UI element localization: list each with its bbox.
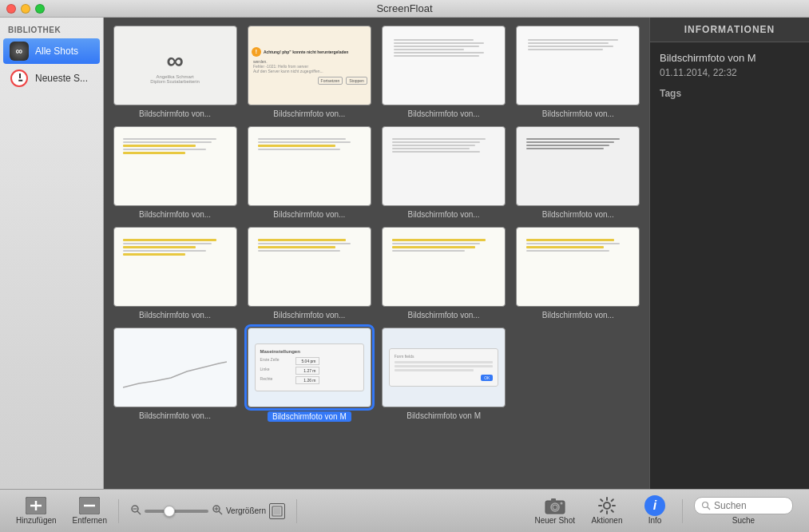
actions-label: Aktionen <box>592 516 623 525</box>
thumbnail-box <box>248 227 371 307</box>
list-item[interactable]: Bildschirmfoto von... <box>381 126 507 219</box>
thumbnail-label: Bildschirmfoto von... <box>139 311 211 320</box>
maximize-button[interactable] <box>35 4 45 14</box>
search-input[interactable] <box>714 500 786 511</box>
zoom-slider[interactable] <box>145 510 208 513</box>
thumbnail-label: Bildschirmfoto von... <box>139 109 211 118</box>
list-item[interactable]: Bildschirmfoto von... <box>112 126 238 219</box>
recent-icon <box>10 69 29 88</box>
list-item[interactable]: Bildschirmfoto von... <box>246 126 372 219</box>
thumbnail-box: Form fields OK <box>382 328 506 407</box>
list-item[interactable]: Bildschirmfoto von... <box>381 26 507 118</box>
svg-line-6 <box>137 511 141 514</box>
search-icon <box>701 501 711 510</box>
list-item[interactable]: Maseinstellungen Erste Zelle 5.04 pm Lin… <box>246 328 372 422</box>
sidebar-item-label-recent: Neueste S... <box>35 73 88 84</box>
info-icon: i <box>644 497 666 514</box>
info-button[interactable]: i Info <box>631 494 679 528</box>
thumbnail-label: Bildschirmfoto von... <box>542 210 614 219</box>
divider <box>118 499 119 523</box>
list-item[interactable]: Form fields OK Bildschirmfoto von M <box>381 328 507 422</box>
thumbnail-box <box>113 328 237 407</box>
sidebar: BIBLIOTHEK ∞ Alle Shots Neueste S... <box>0 18 104 489</box>
svg-point-18 <box>560 502 562 505</box>
info-panel: INFORMATIONEN Bildschirmfoto von M 01.11… <box>649 18 809 489</box>
thumbnail-label: Bildschirmfoto von... <box>139 411 211 420</box>
sidebar-item-all-shots[interactable]: ∞ Alle Shots <box>3 38 100 64</box>
thumbnail-label: Bildschirmfoto von... <box>542 109 614 118</box>
thumbnail-box <box>113 126 237 206</box>
zoom-fit-button[interactable] <box>269 503 285 519</box>
list-item[interactable]: ! Achtung! php" konnte nicht heruntergel… <box>246 26 372 118</box>
svg-rect-17 <box>551 498 556 502</box>
list-item[interactable]: Bildschirmfoto von... <box>246 227 372 320</box>
camera-icon <box>544 497 566 514</box>
zoom-label: Vergrößern <box>226 506 266 515</box>
content-area[interactable]: ∞ Angelika SchmartDiplom Sozialarbeiteri… <box>104 18 649 489</box>
thumbnail-box <box>382 126 506 206</box>
thumbnail-box <box>516 26 640 105</box>
list-item[interactable]: Bildschirmfoto von... <box>112 227 238 320</box>
info-tags-label: Tags <box>660 88 799 99</box>
list-item[interactable]: Bildschirmfoto von... <box>515 26 641 118</box>
info-panel-content: Bildschirmfoto von M 01.11.2014, 22:32 T… <box>650 42 809 109</box>
add-icon <box>25 497 47 514</box>
remove-icon <box>78 497 101 514</box>
info-panel-header: INFORMATIONEN <box>650 18 809 42</box>
remove-button[interactable]: Entfernen <box>65 494 115 528</box>
zoom-large-icon <box>212 504 223 518</box>
remove-button-label: Entfernen <box>73 516 107 525</box>
actions-button[interactable]: Aktionen <box>583 494 631 528</box>
thumbnail-label: Bildschirmfoto von... <box>542 311 614 320</box>
svg-rect-13 <box>274 508 280 514</box>
search-box[interactable] <box>694 497 793 514</box>
thumbnail-label: Bildschirmfoto von... <box>408 210 480 219</box>
search-label: Suche <box>732 516 755 525</box>
add-button-label: Hinzufügen <box>16 516 57 525</box>
bottom-toolbar: Hinzufügen Entfernen <box>0 489 809 532</box>
thumbnail-label: Bildschirmfoto von... <box>273 210 345 219</box>
svg-point-20 <box>703 502 708 508</box>
zoom-small-icon <box>130 504 141 518</box>
minimize-button[interactable] <box>21 4 30 14</box>
divider <box>682 499 683 523</box>
list-item[interactable]: ∞ Angelika SchmartDiplom Sozialarbeiteri… <box>112 26 238 118</box>
title-bar: ScreenFloat <box>0 0 809 18</box>
search-area: Suche <box>686 494 801 528</box>
thumbnail-label: Bildschirmfoto von... <box>273 109 345 118</box>
main-layout: BIBLIOTHEK ∞ Alle Shots Neueste S... ∞ A… <box>0 18 809 489</box>
list-item[interactable]: Bildschirmfoto von... <box>515 126 641 219</box>
thumbnails-grid: ∞ Angelika SchmartDiplom Sozialarbeiteri… <box>112 26 641 422</box>
thumbnail-box <box>248 126 371 206</box>
svg-line-9 <box>219 511 222 514</box>
thumbnail-box <box>382 227 506 307</box>
thumbnail-box <box>113 227 237 307</box>
info-label: Info <box>648 516 662 525</box>
new-shot-button[interactable]: Neuer Shot <box>526 494 583 528</box>
all-shots-icon: ∞ <box>10 42 29 61</box>
list-item[interactable]: Bildschirmfoto von... <box>515 227 641 320</box>
thumbnail-label: Bildschirmfoto von M <box>406 411 481 420</box>
zoom-slider-thumb[interactable] <box>164 506 175 517</box>
app-title: ScreenFloat <box>376 2 432 14</box>
thumbnail-label: Bildschirmfoto von... <box>408 311 480 320</box>
zoom-controls: Vergrößern <box>122 503 293 519</box>
svg-line-21 <box>708 507 711 510</box>
info-date: 01.11.2014, 22:32 <box>660 67 799 78</box>
thumbnail-box: ∞ Angelika SchmartDiplom Sozialarbeiteri… <box>113 26 237 105</box>
thumbnail-label: Bildschirmfoto von... <box>139 210 211 219</box>
thumbnail-box <box>516 227 640 307</box>
new-shot-label: Neuer Shot <box>534 516 575 525</box>
window-controls <box>6 4 45 14</box>
thumbnail-box <box>516 126 640 206</box>
list-item[interactable]: Bildschirmfoto von... <box>381 227 507 320</box>
thumbnail-box <box>382 26 506 105</box>
add-button[interactable]: Hinzufügen <box>8 494 65 528</box>
gear-icon <box>596 497 618 514</box>
thumbnail-box: ! Achtung! php" konnte nicht heruntergel… <box>248 26 371 105</box>
info-title: Bildschirmfoto von M <box>660 52 799 64</box>
svg-point-19 <box>604 502 610 509</box>
sidebar-item-recent[interactable]: Neueste S... <box>3 66 100 91</box>
close-button[interactable] <box>6 4 16 14</box>
list-item[interactable]: Bildschirmfoto von... <box>112 328 238 422</box>
